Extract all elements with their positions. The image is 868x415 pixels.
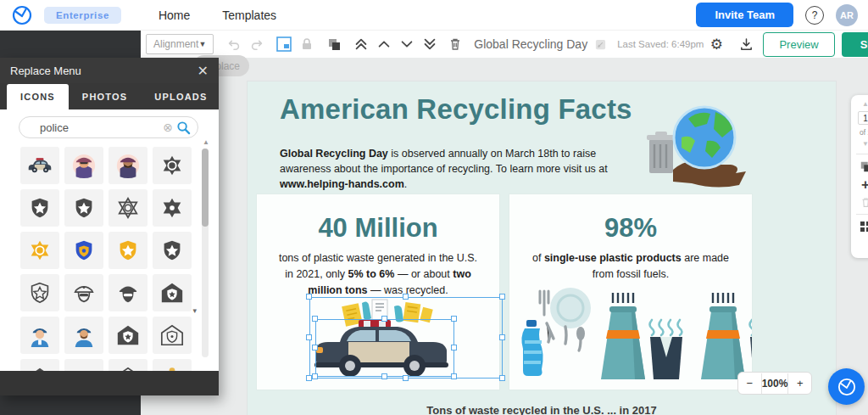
canvas-page[interactable]: American Recycling Facts Global Recyclin… [248, 81, 836, 415]
tab-icons[interactable]: ICONS [7, 84, 69, 109]
invite-team-button[interactable]: Invite Team [696, 3, 793, 27]
icon-result-police-sheriff-avatar[interactable] [108, 147, 147, 184]
icon-result-policeman-blue[interactable] [64, 317, 103, 354]
selection-handle[interactable] [499, 375, 505, 381]
icon-result-shield-badge-star-alt[interactable] [64, 189, 103, 227]
selection-handle[interactable] [312, 373, 318, 379]
icon-result-station-badge-outline[interactable] [153, 317, 192, 354]
selection-handle[interactable] [312, 316, 318, 322]
selection-handle[interactable] [306, 294, 312, 300]
add-page-icon[interactable]: + [861, 177, 868, 193]
globe-hand-trash-illustration[interactable] [639, 104, 749, 190]
rename-icon[interactable] [590, 34, 610, 54]
selection-handle[interactable] [499, 334, 505, 340]
tab-photos[interactable]: PHOTOS [69, 84, 141, 109]
undo-icon[interactable] [224, 34, 244, 54]
icon-result-officer-cap-outline[interactable] [64, 274, 103, 311]
send-backward-icon[interactable] [397, 34, 417, 54]
selection-handle[interactable] [306, 375, 312, 381]
group-select-icon[interactable] [274, 34, 294, 54]
duplicate-page-icon[interactable] [860, 160, 868, 173]
icon-result-shield-star-dark[interactable] [153, 232, 192, 269]
infographic-title[interactable]: American Recycling Facts [280, 93, 632, 126]
infographic-footer-caption[interactable]: Tons of waste recycled in the U.S. ... i… [248, 404, 836, 415]
page-down-icon[interactable]: ▼ [862, 140, 868, 148]
zoom-out-button[interactable]: − [738, 377, 761, 390]
icon-result-shield-star-outline[interactable] [20, 274, 59, 311]
tab-uploads[interactable]: UPLOADS [141, 84, 220, 109]
icon-result-badge-gold-star[interactable] [108, 232, 147, 269]
icon-result-officer-cap-filled[interactable] [108, 274, 147, 311]
scrollbar-track[interactable] [202, 149, 209, 357]
stat2-text[interactable]: of single-use plastic products are made … [526, 250, 735, 283]
selection-handle[interactable] [312, 345, 318, 351]
stat2-bold-1: single-use plastic products [544, 252, 682, 264]
download-icon[interactable] [736, 34, 756, 54]
selection-handle[interactable] [403, 294, 409, 300]
selection-handle[interactable] [381, 373, 387, 379]
selection-handle[interactable] [451, 316, 457, 322]
plastics-factory-illustration[interactable] [516, 286, 752, 388]
delete-icon[interactable] [445, 34, 465, 54]
clear-search-icon[interactable]: ⊗ [163, 121, 173, 134]
icon-result-police-shield-blue[interactable] [64, 232, 103, 269]
share-button[interactable]: Share [842, 32, 868, 57]
user-avatar[interactable]: AR [836, 4, 858, 26]
zoom-in-button[interactable]: + [788, 377, 811, 390]
infographic-subtitle[interactable]: Global Recycling Day is observed annuall… [280, 146, 644, 192]
bring-to-front-icon[interactable] [351, 34, 371, 54]
send-to-back-icon[interactable] [420, 34, 440, 54]
alignment-label: Alignment [153, 38, 198, 50]
help-button[interactable]: ? [805, 6, 824, 25]
stat-card-fossil-fuels[interactable]: 98% of single-use plastic products are m… [509, 193, 753, 390]
icon-result-station-officer[interactable] [20, 359, 59, 371]
stat-card-plastic-waste[interactable]: 40 Million tons of plastic waste generat… [256, 193, 500, 390]
preview-button[interactable]: Preview [763, 32, 834, 57]
icon-result-sheriff-star-gold[interactable] [20, 232, 59, 269]
page-up-icon[interactable]: ▲ [862, 100, 868, 108]
selection-handle[interactable] [451, 345, 457, 351]
icon-result-police-station[interactable] [153, 274, 192, 311]
icon-result-police-cap[interactable] [64, 359, 103, 371]
selection-handle[interactable] [403, 375, 409, 381]
alignment-dropdown[interactable]: Alignment ▼ [146, 34, 214, 54]
support-chat-fab[interactable] [828, 368, 865, 405]
selection-handle[interactable] [451, 373, 457, 379]
bring-forward-icon[interactable] [374, 34, 394, 54]
document-title[interactable]: Global Recycling Day [474, 37, 587, 51]
venngage-logo-icon[interactable] [12, 5, 32, 25]
duplicate-icon[interactable] [324, 34, 344, 54]
stat1-value[interactable]: 40 Million [257, 213, 499, 244]
icon-result-shield-badge-star[interactable] [20, 189, 59, 227]
scrollbar-thumb[interactable] [202, 149, 209, 227]
delete-page-icon[interactable] [860, 197, 868, 208]
nav-templates[interactable]: Templates [222, 8, 276, 22]
icon-search-box: ⊗ [19, 116, 198, 138]
icon-result-station-small[interactable] [108, 359, 147, 371]
icon-result-statue-gold[interactable] [153, 359, 192, 371]
chevron-down-icon: ▼ [198, 40, 206, 48]
icon-result-policewoman-blue[interactable] [20, 317, 59, 354]
stat2-value[interactable]: 98% [509, 213, 752, 244]
selection-handle[interactable] [306, 334, 312, 340]
selection-handle[interactable] [381, 316, 387, 322]
lock-icon[interactable] [297, 34, 317, 54]
page-overview-grid-icon[interactable] [860, 221, 868, 233]
icon-result-star-six-outline[interactable] [108, 189, 147, 227]
scroll-up-icon[interactable]: ▲ [203, 138, 209, 146]
current-page-field[interactable]: 1 [858, 111, 868, 125]
icon-result-station-badge[interactable] [108, 317, 147, 354]
search-icon[interactable] [176, 121, 191, 135]
close-icon[interactable]: ✕ [198, 63, 209, 79]
icon-search-input[interactable] [40, 121, 159, 134]
icon-result-badge-six-point[interactable] [153, 147, 192, 184]
redo-icon[interactable] [247, 34, 267, 54]
selection-handle[interactable] [499, 294, 505, 300]
nav-home[interactable]: Home [159, 8, 190, 22]
stat1-text[interactable]: tons of plastic waste generated in the U… [274, 250, 482, 298]
settings-gear-icon[interactable]: ⚙ [706, 34, 726, 54]
scroll-down-icon[interactable]: ▾ [192, 306, 197, 315]
icon-result-police-car[interactable] [20, 147, 59, 184]
icon-result-badge-six-point-dot[interactable] [153, 189, 192, 227]
icon-result-police-detective-avatar[interactable] [64, 147, 103, 184]
